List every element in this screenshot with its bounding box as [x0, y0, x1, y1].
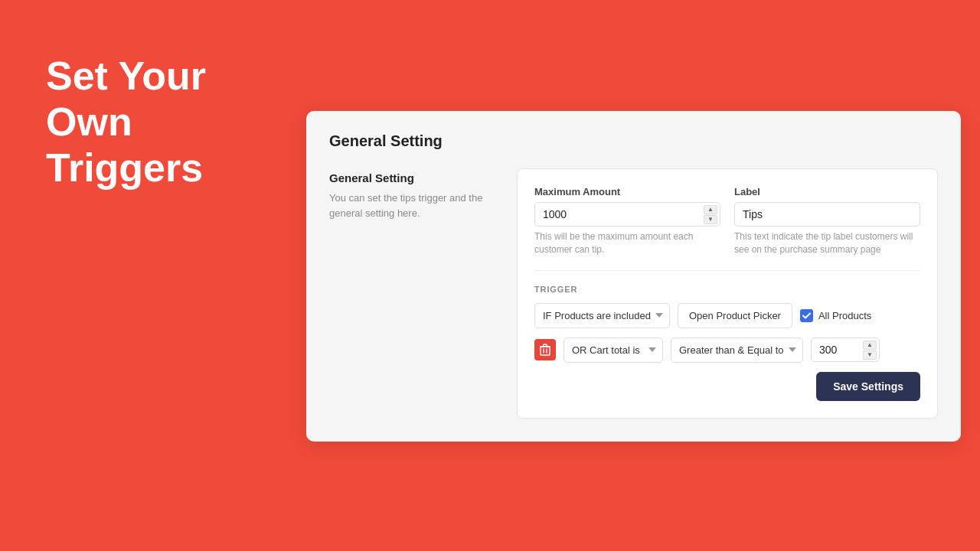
save-row: Save Settings — [534, 372, 920, 401]
max-amount-spin-up[interactable]: ▲ — [704, 205, 717, 214]
label-label: Label — [734, 186, 920, 197]
if-products-select-wrapper: IF Products are included — [534, 303, 670, 328]
greater-than-select[interactable]: Greater than & Equal to Greater than Les… — [671, 337, 803, 363]
amount-spinners: ▲ ▼ — [863, 341, 877, 360]
trigger-label: TRIGGER — [534, 285, 920, 294]
main-panel: General Setting General Setting You can … — [306, 111, 961, 442]
hero-line1: Set Your — [46, 54, 206, 98]
hero-line2: Own — [46, 99, 132, 144]
max-amount-spinners: ▲ ▼ — [704, 205, 717, 224]
panel-title: General Setting — [329, 132, 938, 150]
all-products-label: All Products — [818, 310, 871, 321]
form-section: Maximum Amount ▲ ▼ This will be the maxi… — [517, 168, 938, 419]
trash-icon — [540, 344, 550, 356]
panel-body: General Setting You can set the tips tri… — [329, 168, 938, 419]
sidebar-section: General Setting You can set the tips tri… — [329, 168, 517, 419]
checkmark-icon — [802, 311, 811, 320]
hero-text: Set Your Own Triggers — [46, 54, 283, 191]
form-divider — [534, 270, 920, 271]
form-row-top: Maximum Amount ▲ ▼ This will be the maxi… — [534, 186, 920, 256]
or-cart-select-wrapper: OR Cart total is — [564, 337, 663, 363]
delete-trigger-button[interactable] — [534, 339, 556, 360]
all-products-checkbox-group: All Products — [800, 309, 871, 322]
form-group-label: Label This text indicate the tip label c… — [734, 186, 920, 256]
if-products-select[interactable]: IF Products are included — [534, 303, 670, 328]
all-products-checkbox[interactable] — [800, 309, 813, 322]
or-cart-select[interactable]: OR Cart total is — [564, 337, 663, 363]
amount-input-wrapper: ▲ ▼ — [811, 337, 880, 362]
max-amount-label: Maximum Amount — [534, 186, 720, 197]
max-amount-spin-down[interactable]: ▼ — [704, 215, 717, 224]
save-settings-button[interactable]: Save Settings — [816, 372, 920, 401]
form-group-max-amount: Maximum Amount ▲ ▼ This will be the maxi… — [534, 186, 720, 256]
greater-than-select-wrapper: Greater than & Equal to Greater than Les… — [671, 337, 803, 363]
trigger-row-1: IF Products are included Open Product Pi… — [534, 303, 920, 328]
amount-spin-up[interactable]: ▲ — [863, 341, 877, 350]
label-hint: This text indicate the tip label custome… — [734, 230, 920, 256]
sidebar-title: General Setting — [329, 171, 495, 184]
max-amount-input[interactable] — [534, 202, 720, 227]
label-input[interactable] — [734, 202, 920, 227]
open-product-picker-button[interactable]: Open Product Picker — [678, 303, 792, 328]
max-amount-hint: This will be the maximum amount each cus… — [534, 230, 720, 256]
hero-line3: Triggers — [46, 145, 203, 190]
trigger-row-2: OR Cart total is Greater than & Equal to… — [534, 337, 920, 363]
amount-spin-down[interactable]: ▼ — [863, 350, 877, 360]
sidebar-description: You can set the tips trigger and the gen… — [329, 191, 495, 220]
label-input-wrapper — [734, 202, 920, 227]
max-amount-input-wrapper: ▲ ▼ — [534, 202, 720, 227]
svg-rect-0 — [541, 347, 550, 355]
